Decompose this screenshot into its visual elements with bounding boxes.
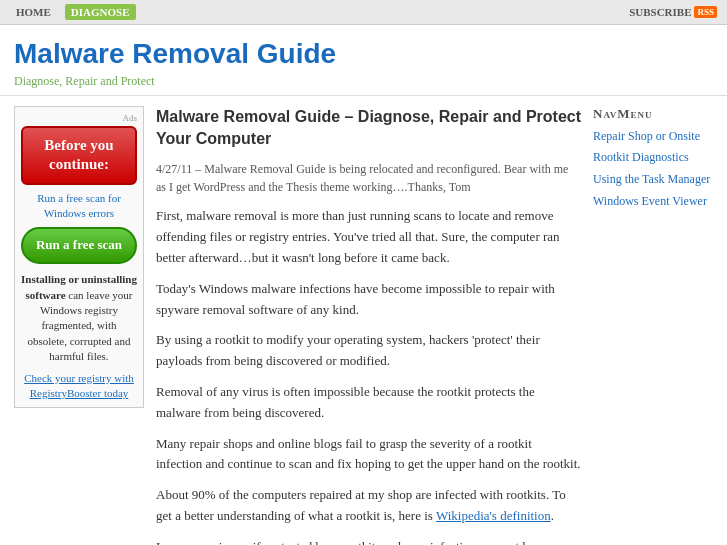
left-sidebar: Ads Before you continue: Run a free scan… [14,106,144,545]
rss-icon: RSS [694,6,717,18]
nav-home[interactable]: HOME [10,4,57,20]
check-registry-link[interactable]: Check your registry with RegistryBooster… [21,371,137,402]
article-paragraph-5: Many repair shops and online blogs fail … [156,434,581,476]
ad-label: Ads [21,113,137,123]
article-body: First, malware removal is more than just… [156,206,581,545]
right-sidebar: NavMenu Repair Shop or Onsite Rootkit Di… [593,106,713,545]
nav-menu-title: NavMenu [593,106,713,122]
nav-diagnose[interactable]: DIAGNOSE [65,4,136,20]
main-content: Malware Removal Guide – Diagnose, Repair… [156,106,581,545]
nav-item-eventviewer[interactable]: Windows Event Viewer [593,193,713,210]
article-paragraph-3: By using a rootkit to modify your operat… [156,330,581,372]
main-layout: Ads Before you continue: Run a free scan… [0,96,727,545]
article-paragraph-7: In my experience, if protected by a root… [156,537,581,545]
run-scan-button[interactable]: Run a free scan [21,227,137,264]
article-title: Malware Removal Guide – Diagnose, Repair… [156,106,581,151]
wikipedia-link[interactable]: Wikipedia's definition [436,508,551,523]
article-date: 4/27/11 – Malware Removal Guide is being… [156,160,581,196]
site-header: Malware Removal Guide Diagnose, Repair a… [0,25,727,96]
article-paragraph-1: First, malware removal is more than just… [156,206,581,268]
before-continue-button[interactable]: Before you continue: [21,126,137,185]
article-paragraph-2: Today's Windows malware infections have … [156,279,581,321]
article-paragraph-6: About 90% of the computers repaired at m… [156,485,581,527]
ad-description-text: Installing or uninstalling software can … [21,273,137,362]
ad-description: Installing or uninstalling software can … [21,272,137,364]
site-subtitle: Diagnose, Repair and Protect [14,74,713,89]
nav-item-repair[interactable]: Repair Shop or Onsite [593,128,713,145]
nav-subscribe-area: SUBSCRIBE RSS [629,6,717,18]
nav-item-taskmanager[interactable]: Using the Task Manager [593,171,713,188]
article-paragraph-4: Removal of any virus is often impossible… [156,382,581,424]
run-free-text: Run a free scan for Windows errors [21,191,137,222]
top-navigation: HOME DIAGNOSE SUBSCRIBE RSS [0,0,727,25]
nav-item-rootkit[interactable]: Rootkit Diagnostics [593,149,713,166]
site-title: Malware Removal Guide [14,37,713,71]
ad-box: Ads Before you continue: Run a free scan… [14,106,144,409]
subscribe-label[interactable]: SUBSCRIBE [629,6,691,18]
